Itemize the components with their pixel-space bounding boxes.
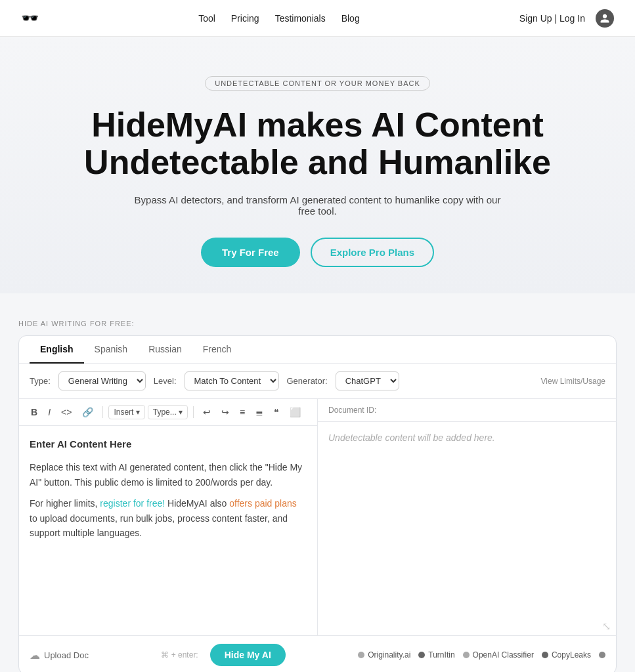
hero-buttons: Try For Free Explore Pro Plans <box>13 238 622 267</box>
redo-button[interactable]: ↪ <box>217 404 233 420</box>
nav-tool[interactable]: Tool <box>198 13 215 24</box>
detector-name-0: Originality.ai <box>368 650 410 660</box>
tool-section-label: HIDE AI WRITING FOR FREE: <box>18 320 617 327</box>
detector-copyleaks: CopyLeaks <box>542 650 591 660</box>
dot-originality <box>358 652 364 658</box>
dot-extra <box>599 652 605 658</box>
offers-link[interactable]: offers paid plans <box>229 498 296 509</box>
detector-name-1: TurnItin <box>428 650 454 660</box>
tab-spanish[interactable]: Spanish <box>84 336 139 364</box>
generator-label: Generator: <box>287 376 328 386</box>
editor-placeholder-title: Enter AI Content Here <box>30 436 307 452</box>
detector-badges: Originality.ai TurnItin OpenAI Classifie… <box>358 650 605 660</box>
toolbar-divider-2 <box>193 406 194 418</box>
bottom-left: ☁ Upload Doc <box>30 649 89 662</box>
output-placeholder: Undetectable content will be added here. <box>318 422 616 618</box>
nav-auth-area: Sign Up | Log In <box>519 9 614 28</box>
navbar: 🕶️ Tool Pricing Testimonials Blog Sign U… <box>0 0 635 37</box>
type-select[interactable]: General Writing <box>58 371 146 390</box>
hero-section: UNDETECTABLE CONTENT OR YOUR MONEY BACK … <box>0 37 635 293</box>
hero-subtext: Bypass AI detectors, and transform AI ge… <box>127 194 508 217</box>
type-label: Type: <box>30 376 51 386</box>
tool-section: HIDE AI WRITING FOR FREE: English Spanis… <box>0 293 635 672</box>
upload-label: Upload Doc <box>44 650 89 660</box>
quote-button[interactable]: ❝ <box>270 404 283 420</box>
toolbar-divider-1 <box>102 406 103 418</box>
input-pane: B I <> 🔗 Insert ▾ Type... ▾ ↩ ↪ ≡ ≣ ❝ ⬜ <box>19 399 318 635</box>
editor-row: B I <> 🔗 Insert ▾ Type... ▾ ↩ ↪ ≡ ≣ ❝ ⬜ <box>19 399 616 635</box>
upload-doc-button[interactable]: ☁ Upload Doc <box>30 649 89 662</box>
italic-button[interactable]: I <box>44 404 55 420</box>
doc-id-label: Document ID: <box>318 399 616 422</box>
type-level-controls: Type: General Writing Level: Match To Co… <box>19 364 616 399</box>
tab-french[interactable]: French <box>192 336 242 364</box>
dot-openai <box>463 652 470 658</box>
detector-originality: Originality.ai <box>358 650 410 660</box>
editor-placeholder-para1: Replace this text with AI generated cont… <box>30 460 307 490</box>
level-label: Level: <box>154 376 177 386</box>
nav-links: Tool Pricing Testimonials Blog <box>198 13 360 24</box>
code-button[interactable]: <> <box>57 404 76 420</box>
view-limits-link[interactable]: View Limits/Usage <box>541 377 605 386</box>
tab-russian[interactable]: Russian <box>138 336 192 364</box>
cloud-icon: ☁ <box>30 649 40 662</box>
dot-turnitin <box>418 652 425 658</box>
hide-ai-area: ⌘ + enter: Hide My AI <box>161 644 285 666</box>
output-pane: Document ID: Undetectable content will b… <box>318 399 616 635</box>
detector-extra <box>599 652 605 658</box>
shortcut-hint: ⌘ + enter: <box>161 650 198 660</box>
list-ul-button[interactable]: ≡ <box>236 404 249 420</box>
tool-card: English Spanish Russian French Type: Gen… <box>18 335 617 672</box>
explore-plans-button[interactable]: Explore Pro Plans <box>311 238 434 267</box>
tab-english[interactable]: English <box>30 336 84 364</box>
generator-select[interactable]: ChatGPT <box>336 371 399 390</box>
editor-toolbar: B I <> 🔗 Insert ▾ Type... ▾ ↩ ↪ ≡ ≣ ❝ ⬜ <box>19 399 317 426</box>
detector-openai: OpenAI Classifier <box>463 650 534 660</box>
dot-copyleaks <box>542 652 548 658</box>
nav-pricing[interactable]: Pricing <box>231 13 259 24</box>
detector-name-2: OpenAI Classifier <box>473 650 534 660</box>
logo[interactable]: 🕶️ <box>21 10 39 27</box>
nav-testimonials[interactable]: Testimonials <box>275 13 326 24</box>
fullscreen-button[interactable]: ⬜ <box>286 404 305 420</box>
detector-turnitin: TurnItin <box>418 650 454 660</box>
resize-handle-icon[interactable]: ⤡ <box>602 620 611 633</box>
user-avatar[interactable] <box>596 9 614 28</box>
bold-button[interactable]: B <box>27 404 41 420</box>
detector-name-3: CopyLeaks <box>552 650 591 660</box>
editor-placeholder-para2: For higher limits, register for free! Hi… <box>30 496 307 540</box>
list-ol-button[interactable]: ≣ <box>252 404 267 420</box>
logo-icon: 🕶️ <box>21 10 39 27</box>
language-tabs: English Spanish Russian French <box>19 336 616 364</box>
undo-button[interactable]: ↩ <box>199 404 215 420</box>
link-button[interactable]: 🔗 <box>78 404 97 420</box>
nav-blog[interactable]: Blog <box>341 13 360 24</box>
editor-content[interactable]: Enter AI Content Here Replace this text … <box>19 426 317 635</box>
register-link[interactable]: register for free! <box>100 498 165 509</box>
resize-area: ⤡ <box>318 618 616 635</box>
insert-dropdown[interactable]: Insert ▾ <box>108 405 144 419</box>
try-free-button[interactable]: Try For Free <box>201 238 300 267</box>
signup-login-link[interactable]: Sign Up | Log In <box>519 13 585 24</box>
hero-heading: HideMyAI makes AI Content Undetectable a… <box>81 106 554 181</box>
level-select[interactable]: Match To Content <box>185 371 279 390</box>
bottom-bar: ☁ Upload Doc ⌘ + enter: Hide My AI Origi… <box>19 635 616 672</box>
hide-my-ai-button[interactable]: Hide My AI <box>210 644 286 666</box>
type-dropdown[interactable]: Type... ▾ <box>148 405 188 419</box>
hero-badge: UNDETECTABLE CONTENT OR YOUR MONEY BACK <box>205 76 430 91</box>
